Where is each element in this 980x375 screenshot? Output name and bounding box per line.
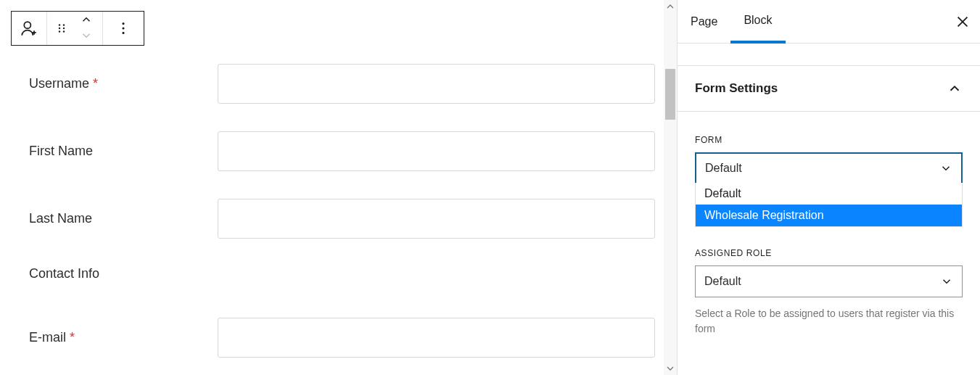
- label-email: E-mail *: [29, 330, 218, 345]
- block-toolbar: [11, 11, 144, 46]
- assigned-role-value: Default: [704, 275, 741, 288]
- label-first-name: First Name: [29, 144, 218, 159]
- more-vertical-icon: [115, 20, 131, 36]
- scroll-down-icon[interactable]: [664, 362, 677, 375]
- svg-point-7: [122, 22, 124, 25]
- svg-point-1: [59, 24, 60, 25]
- user-plus-icon: [20, 19, 38, 38]
- field-row-last-name: Last Name: [29, 199, 655, 239]
- move-up-button[interactable]: [73, 13, 99, 28]
- panel-title: Form Settings: [695, 81, 778, 96]
- svg-point-5: [59, 30, 60, 32]
- drag-icon: [55, 22, 68, 35]
- panel-form-settings-toggle[interactable]: Form Settings: [678, 66, 980, 112]
- email-input[interactable]: [218, 318, 655, 358]
- form-option-wholesale[interactable]: Wholesale Registration: [696, 205, 962, 226]
- panel-body: FORM Default Default Wholesale Registrat…: [678, 112, 980, 337]
- username-input[interactable]: [218, 64, 655, 104]
- tab-block[interactable]: Block: [730, 1, 785, 44]
- form-select[interactable]: Default Default Wholesale Registration: [695, 152, 963, 184]
- form-select-dropdown: Default Wholesale Registration: [695, 183, 963, 227]
- registration-form: Username * First Name Last Name Contact …: [11, 46, 655, 358]
- editor-scrollbar[interactable]: [664, 0, 677, 375]
- sidebar-tabs: Page Block: [678, 0, 980, 44]
- label-assigned-role: ASSIGNED ROLE: [695, 248, 963, 258]
- form-option-default[interactable]: Default: [696, 183, 962, 205]
- chevron-down-icon: [939, 162, 952, 175]
- form-select-value: Default: [705, 162, 742, 175]
- first-name-input[interactable]: [218, 131, 655, 171]
- block-options-button[interactable]: [103, 12, 144, 45]
- last-name-input[interactable]: [218, 199, 655, 239]
- close-icon: [955, 14, 971, 30]
- assigned-role-select[interactable]: Default: [695, 265, 963, 297]
- close-sidebar-button[interactable]: [945, 4, 980, 39]
- drag-handle[interactable]: [50, 12, 73, 45]
- svg-point-2: [63, 24, 65, 25]
- svg-point-3: [59, 28, 60, 29]
- svg-point-8: [122, 27, 124, 29]
- tab-page[interactable]: Page: [678, 0, 730, 43]
- svg-point-9: [122, 32, 124, 34]
- chevron-up-icon: [947, 81, 963, 96]
- scroll-up-icon[interactable]: [664, 0, 677, 13]
- label-last-name: Last Name: [29, 211, 218, 226]
- section-contact-info: Contact Info: [29, 266, 655, 281]
- field-row-email: E-mail *: [29, 318, 655, 358]
- chevron-down-icon: [940, 275, 953, 288]
- chevron-up-icon: [80, 13, 93, 26]
- block-type-button[interactable]: [12, 12, 46, 45]
- field-row-username: Username *: [29, 64, 655, 104]
- svg-point-4: [63, 28, 65, 29]
- assigned-role-help: Select a Role to be assigned to users th…: [695, 306, 963, 337]
- settings-sidebar: Page Block Form Settings FORM Default: [677, 0, 980, 375]
- field-row-first-name: First Name: [29, 131, 655, 171]
- chevron-down-icon: [80, 29, 93, 42]
- svg-point-0: [24, 22, 30, 28]
- label-username: Username *: [29, 76, 218, 91]
- editor-canvas: Username * First Name Last Name Contact …: [0, 0, 677, 375]
- svg-point-6: [63, 30, 65, 32]
- label-form-select: FORM: [695, 135, 963, 145]
- move-down-button[interactable]: [73, 29, 99, 44]
- scroll-thumb[interactable]: [665, 69, 675, 120]
